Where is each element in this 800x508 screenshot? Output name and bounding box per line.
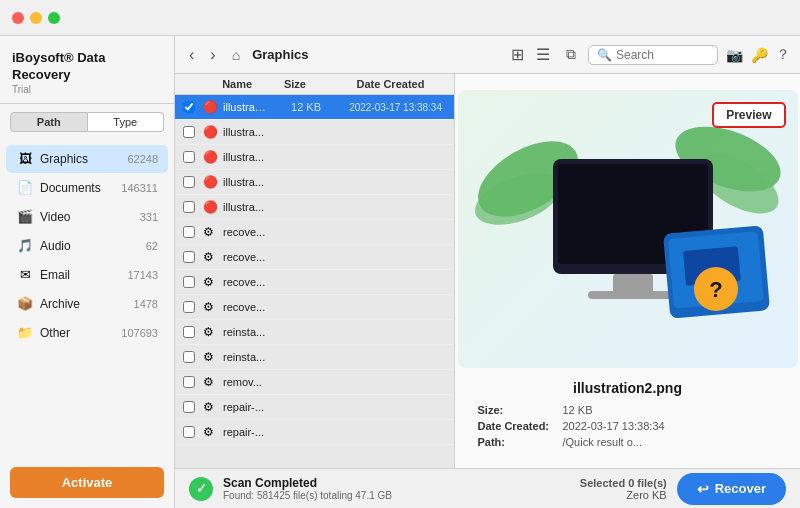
toolbar: ‹ › ⌂ Graphics ⊞ ☰ ⧉ 🔍 📷 🔑 ？	[175, 36, 800, 74]
file-date-0: 2022-03-17 13:38:34	[321, 102, 446, 113]
back-button[interactable]: ‹	[185, 44, 198, 66]
sidebar-item-audio[interactable]: 🎵 Audio 62	[6, 232, 168, 260]
filter-button[interactable]: ⧉	[562, 44, 580, 65]
activate-button[interactable]: Activate	[10, 467, 164, 498]
checkbox-6[interactable]	[183, 251, 195, 263]
file-type-icon-10: ⚙	[203, 350, 223, 364]
scan-title: Scan Completed	[223, 476, 570, 490]
tab-path[interactable]: Path	[10, 112, 88, 132]
date-label: Date Created:	[478, 420, 563, 432]
file-name-8: recove...	[223, 301, 266, 313]
table-row[interactable]: ⚙ reinsta...	[175, 345, 454, 370]
sidebar-label-other: Other	[40, 326, 121, 340]
checkbox-7[interactable]	[183, 276, 195, 288]
table-row[interactable]: ⚙ recove...	[175, 245, 454, 270]
table-row[interactable]: ⚙ recove...	[175, 220, 454, 245]
checkbox-0[interactable]	[183, 101, 195, 113]
date-value: 2022-03-17 13:38:34	[563, 420, 665, 432]
preview-panel: ? Preview illustration2.png Size: 12 KB …	[455, 74, 800, 468]
table-row[interactable]: ⚙ repair-...	[175, 395, 454, 420]
file-checkbox-5[interactable]	[183, 226, 203, 238]
sidebar-item-graphics[interactable]: 🖼 Graphics 62248	[6, 145, 168, 173]
col-name-header: Name	[222, 78, 252, 90]
tab-type[interactable]: Type	[88, 112, 165, 132]
checkbox-4[interactable]	[183, 201, 195, 213]
preview-button[interactable]: Preview	[712, 102, 785, 128]
recover-button[interactable]: ↩ Recover	[677, 473, 786, 505]
grid-view-button[interactable]: ⊞	[507, 43, 528, 66]
info-icon[interactable]: 🔑	[751, 47, 768, 63]
file-checkbox-1[interactable]	[183, 126, 203, 138]
sidebar-item-video[interactable]: 🎬 Video 331	[6, 203, 168, 231]
size-label: Size:	[478, 404, 563, 416]
sidebar-icon-other: 📁	[16, 324, 34, 342]
help-icon[interactable]: ？	[776, 46, 790, 64]
checkbox-10[interactable]	[183, 351, 195, 363]
table-row[interactable]: 🔴 illustra...	[175, 170, 454, 195]
preview-illustration: ?	[468, 99, 788, 359]
table-row[interactable]: 🔴 illustra...	[175, 145, 454, 170]
checkbox-12[interactable]	[183, 401, 195, 413]
status-bar: ✓ Scan Completed Found: 581425 file(s) t…	[175, 468, 800, 508]
size-value: 12 KB	[563, 404, 593, 416]
checkbox-11[interactable]	[183, 376, 195, 388]
path-value: /Quick result o...	[563, 436, 642, 448]
file-type-icon-6: ⚙	[203, 250, 223, 264]
file-checkbox-12[interactable]	[183, 401, 203, 413]
preview-image-area: ? Preview	[458, 90, 798, 368]
table-row[interactable]: ⚙ repair-...	[175, 420, 454, 445]
checkbox-5[interactable]	[183, 226, 195, 238]
file-list-panel: Name Size Date Created 🔴 illustration2.p…	[175, 74, 455, 468]
table-row[interactable]: ⚙ remov...	[175, 370, 454, 395]
table-row[interactable]: ⚙ recove...	[175, 270, 454, 295]
file-checkbox-0[interactable]	[183, 101, 203, 113]
checkbox-13[interactable]	[183, 426, 195, 438]
checkbox-9[interactable]	[183, 326, 195, 338]
checkbox-1[interactable]	[183, 126, 195, 138]
sidebar-label-archive: Archive	[40, 297, 134, 311]
file-checkbox-10[interactable]	[183, 351, 203, 363]
sidebar-label-documents: Documents	[40, 181, 121, 195]
sidebar-item-documents[interactable]: 📄 Documents 146311	[6, 174, 168, 202]
col-size-header: Size	[252, 78, 306, 90]
sidebar-item-email[interactable]: ✉ Email 17143	[6, 261, 168, 289]
sidebar-label-email: Email	[40, 268, 127, 282]
file-type-icon-8: ⚙	[203, 300, 223, 314]
table-row[interactable]: 🔴 illustration2.png 12 KB 2022-03-17 13:…	[175, 95, 454, 120]
file-name-11: remov...	[223, 376, 266, 388]
file-name-12: repair-...	[223, 401, 266, 413]
file-list-header: Name Size Date Created	[175, 74, 454, 95]
file-checkbox-13[interactable]	[183, 426, 203, 438]
maximize-button[interactable]	[48, 12, 60, 24]
checkbox-3[interactable]	[183, 176, 195, 188]
sidebar-item-other[interactable]: 📁 Other 107693	[6, 319, 168, 347]
file-checkbox-6[interactable]	[183, 251, 203, 263]
file-checkbox-9[interactable]	[183, 326, 203, 338]
table-row[interactable]: 🔴 illustra...	[175, 195, 454, 220]
search-icon: 🔍	[597, 48, 612, 62]
file-name-10: reinsta...	[223, 351, 266, 363]
home-button[interactable]: ⌂	[228, 45, 244, 65]
file-checkbox-8[interactable]	[183, 301, 203, 313]
table-row[interactable]: ⚙ recove...	[175, 295, 454, 320]
file-checkbox-7[interactable]	[183, 276, 203, 288]
file-name-2: illustra...	[223, 151, 266, 163]
forward-button[interactable]: ›	[206, 44, 219, 66]
sidebar-item-archive[interactable]: 📦 Archive 1478	[6, 290, 168, 318]
checkbox-8[interactable]	[183, 301, 195, 313]
file-checkbox-2[interactable]	[183, 151, 203, 163]
checkbox-2[interactable]	[183, 151, 195, 163]
file-checkbox-11[interactable]	[183, 376, 203, 388]
minimize-button[interactable]	[30, 12, 42, 24]
list-view-button[interactable]: ☰	[532, 43, 554, 66]
file-name-13: repair-...	[223, 426, 266, 438]
file-checkbox-4[interactable]	[183, 201, 203, 213]
table-row[interactable]: 🔴 illustra...	[175, 120, 454, 145]
search-input[interactable]	[616, 48, 709, 62]
file-type-icon-9: ⚙	[203, 325, 223, 339]
file-checkbox-3[interactable]	[183, 176, 203, 188]
camera-icon[interactable]: 📷	[726, 47, 743, 63]
close-button[interactable]	[12, 12, 24, 24]
sidebar-icon-archive: 📦	[16, 295, 34, 313]
table-row[interactable]: ⚙ reinsta...	[175, 320, 454, 345]
